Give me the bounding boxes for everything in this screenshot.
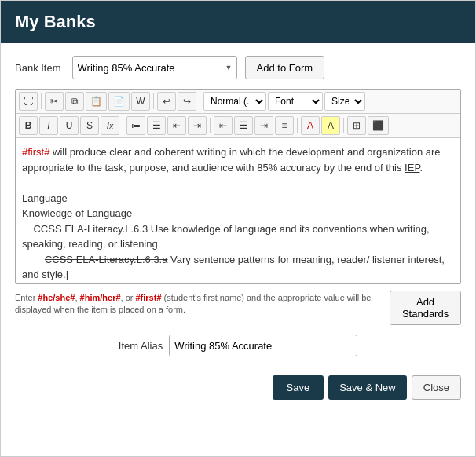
cut-button[interactable]: ✂ [45, 92, 64, 111]
close-button[interactable]: Close [412, 375, 461, 400]
bank-item-label: Bank Item [15, 62, 61, 74]
font-select[interactable]: Font [268, 92, 323, 111]
modal-header: My Banks [1, 1, 475, 43]
unordered-list-button[interactable]: ☰ [147, 116, 166, 135]
indent-less-button[interactable]: ⇤ [167, 116, 186, 135]
toolbar-sep-3 [200, 93, 200, 109]
font-color-button[interactable]: A [301, 116, 320, 135]
redo-button[interactable]: ↪ [178, 92, 196, 111]
indent-more-button[interactable]: ⇥ [188, 116, 207, 135]
modal-title: My Banks [15, 12, 96, 31]
size-select[interactable]: Size [324, 92, 365, 111]
toolbar-row2: B I U S Ix ≔ ☰ ⇤ ⇥ ⇤ ☰ ⇥ ≡ A A ⊞ ⬛ [16, 114, 460, 138]
bank-item-select[interactable]: Writing 85% Accurate [72, 56, 237, 79]
table-button[interactable]: ⊞ [347, 116, 366, 135]
toolbar-sep-2 [153, 93, 154, 109]
align-left-button[interactable]: ⇤ [214, 116, 233, 135]
toolbar-row1: ⛶ ✂ ⧉ 📋 📄 W ↩ ↪ Normal (... Font Size [16, 90, 460, 114]
paste-button[interactable]: 📋 [86, 92, 107, 111]
ordered-list-button[interactable]: ≔ [126, 116, 145, 135]
editor-content[interactable]: #first# will produce clear and coherent … [16, 138, 460, 283]
toolbar-sep-7 [343, 118, 344, 133]
bold-button[interactable]: B [19, 116, 38, 135]
fullscreen-button[interactable]: ⛶ [19, 92, 38, 111]
format-select[interactable]: Normal (... [203, 92, 266, 111]
align-right-button[interactable]: ⇥ [254, 116, 273, 135]
save-new-button[interactable]: Save & New [328, 375, 407, 400]
italic-button[interactable]: I [39, 116, 58, 135]
editor-container: ⛶ ✂ ⧉ 📋 📄 W ↩ ↪ Normal (... Font Size [15, 89, 461, 284]
placeholder-first: #first# [136, 293, 162, 302]
toolbar-sep-6 [297, 118, 298, 133]
clear-format-button[interactable]: Ix [101, 116, 119, 135]
bank-item-select-wrapper[interactable]: Writing 85% Accurate [72, 56, 237, 79]
footer-buttons: Save Save & New Close [15, 369, 461, 403]
image-button[interactable]: ⬛ [368, 116, 389, 135]
align-justify-button[interactable]: ≡ [275, 116, 294, 135]
hint-text: Enter #he/she#, #him/her#, or #first# (s… [15, 292, 390, 316]
add-to-form-button[interactable]: Add to Form [245, 56, 325, 79]
strikethrough-button[interactable]: S [80, 116, 99, 135]
paste-text-button[interactable]: 📄 [108, 92, 130, 111]
item-alias-label: Item Alias [119, 340, 163, 352]
modal-body: Bank Item Writing 85% Accurate Add to Fo… [1, 43, 475, 415]
placeholder-he-she: #he/she# [38, 293, 75, 302]
hint-standards-row: Enter #he/she#, #him/her#, or #first# (s… [15, 292, 461, 325]
item-alias-input[interactable] [169, 335, 357, 356]
modal-container: My Banks Bank Item Writing 85% Accurate … [0, 0, 476, 457]
undo-button[interactable]: ↩ [157, 92, 176, 111]
bank-item-row: Bank Item Writing 85% Accurate Add to Fo… [15, 56, 461, 79]
toolbar-sep-4 [123, 118, 123, 133]
placeholder-him-her: #him/her# [80, 293, 121, 302]
editor-scroll: #first# will produce clear and coherent … [16, 138, 460, 283]
align-center-button[interactable]: ☰ [234, 116, 253, 135]
copy-button[interactable]: ⧉ [65, 92, 84, 111]
underline-button[interactable]: U [60, 116, 79, 135]
save-button[interactable]: Save [273, 375, 324, 400]
bg-color-button[interactable]: A [321, 116, 340, 135]
paste-word-button[interactable]: W [131, 92, 150, 111]
add-standards-button[interactable]: Add Standards [390, 291, 461, 325]
toolbar-sep-1 [41, 93, 42, 109]
toolbar-sep-5 [210, 118, 211, 133]
item-alias-row: Item Alias [15, 335, 461, 356]
